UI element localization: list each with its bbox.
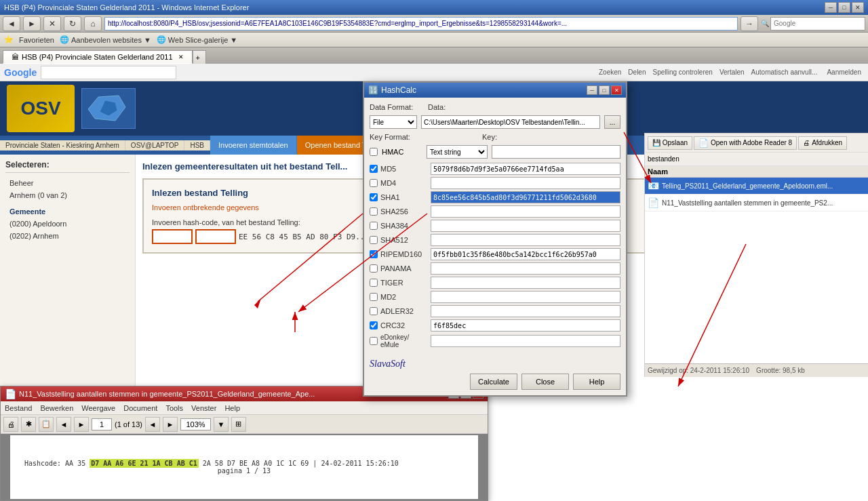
panama-value[interactable]: [431, 262, 620, 275]
pdf-hash-prefix: Hashcode: AA 35: [24, 460, 85, 467]
hash-input-small[interactable]: [152, 229, 193, 244]
md5-checkbox[interactable]: [370, 165, 378, 173]
pdf-fit-btn[interactable]: ⊞: [231, 417, 246, 432]
pdf-title-area: 📄 N11_Vaststelling aantallen stemmen in …: [5, 388, 315, 399]
hashcalc-minimize[interactable]: ─: [587, 85, 597, 95]
sha256-value[interactable]: [431, 205, 620, 218]
pdf-title-text: N11_Vaststelling aantallen stemmen in ge…: [19, 390, 315, 398]
sidebar-item-arnhem2[interactable]: (0202) Arnhem: [5, 230, 130, 242]
sha1-label: SHA1: [380, 193, 428, 201]
sidebar-item-arnhem[interactable]: Arnhem (0 van 2): [5, 189, 130, 201]
sha384-checkbox[interactable]: [370, 222, 378, 230]
google-toolbar-btn-aanvull[interactable]: Automatisch aanvull...: [751, 68, 818, 76]
refresh-button[interactable]: ↻: [64, 16, 81, 31]
md4-checkbox[interactable]: [370, 179, 378, 187]
pdf-page-input[interactable]: 1: [92, 418, 112, 430]
hashcalc-close[interactable]: ✕: [611, 85, 622, 95]
sha384-value[interactable]: [431, 220, 620, 232]
minimize-button[interactable]: ─: [825, 2, 837, 13]
aanbevolen-link[interactable]: 🌐 Aanbevolen websites ▼: [60, 35, 151, 44]
adler32-value[interactable]: [431, 305, 620, 317]
pdf-next-btn[interactable]: ►: [163, 417, 178, 432]
address-bar[interactable]: [104, 17, 738, 31]
sha512-value[interactable]: [431, 234, 620, 246]
ripemd160-checkbox[interactable]: [370, 250, 378, 258]
md5-value[interactable]: [431, 163, 620, 175]
edonkey-checkbox[interactable]: [370, 337, 378, 345]
sha512-checkbox[interactable]: [370, 236, 378, 244]
close-button[interactable]: ✕: [852, 2, 864, 13]
go-button[interactable]: →: [741, 16, 758, 31]
browse-button[interactable]: ...: [604, 115, 620, 129]
panama-checkbox[interactable]: [370, 264, 378, 273]
data-format-select[interactable]: File: [370, 115, 417, 129]
google-toolbar-btn-spelling[interactable]: Spelling controleren: [652, 68, 712, 76]
pdf-zoom-dropdown[interactable]: ▼: [214, 417, 229, 432]
main-tab[interactable]: 🏛 HSB (P4) Provinciale Staten Gelderland…: [3, 50, 193, 64]
crc32-checkbox[interactable]: [370, 321, 378, 329]
pdf-menu-venster[interactable]: Venster: [191, 404, 216, 412]
md4-value[interactable]: [431, 177, 620, 189]
restore-button[interactable]: □: [838, 2, 850, 13]
pdf-menu-weergave[interactable]: Weergave: [81, 404, 115, 412]
sha512-row: SHA512: [370, 234, 620, 246]
sha1-checkbox[interactable]: [370, 193, 378, 201]
webslice-link[interactable]: 🌐 Web Slice-galerije ▼: [157, 35, 237, 44]
pdf-zoom-input[interactable]: [180, 418, 211, 430]
afdrukken-btn[interactable]: 🖨 Afdrukken: [798, 136, 847, 150]
pdf-menu-bestand[interactable]: Bestand: [5, 404, 32, 412]
hmac-checkbox[interactable]: [370, 148, 378, 156]
favorieten-link[interactable]: Favorieten: [19, 36, 54, 44]
md2-value[interactable]: [431, 291, 620, 303]
file-item-eml[interactable]: 📧 Telling_PS2011_Gelderland_gemeente_Ape…: [645, 178, 868, 195]
data-input[interactable]: [421, 115, 600, 129]
data-format-label: Data Format:: [370, 103, 424, 111]
pdf-menu-bewerken[interactable]: Bewerken: [40, 404, 73, 412]
pdf-menu-tools[interactable]: Tools: [165, 404, 183, 412]
sha1-value[interactable]: [431, 191, 620, 203]
ripemd160-value[interactable]: [431, 248, 620, 260]
new-tab-button[interactable]: +: [193, 50, 206, 64]
stop-button[interactable]: ✕: [43, 16, 61, 31]
pdf-tool2[interactable]: ✱: [21, 417, 36, 432]
adobe-reader-btn[interactable]: 📄 Open with Adobe Reader 8: [694, 136, 797, 150]
opslaan-btn[interactable]: 💾 Opslaan: [648, 136, 692, 150]
hashcalc-restore[interactable]: □: [599, 85, 610, 95]
sha256-checkbox[interactable]: [370, 207, 378, 216]
nav-invoeren[interactable]: Invoeren stemtotalen: [210, 136, 297, 155]
search-input[interactable]: [770, 17, 865, 31]
home-button[interactable]: ⌂: [84, 16, 102, 31]
key-input[interactable]: [492, 145, 620, 159]
pdf-tool4[interactable]: ◄: [56, 417, 71, 432]
sidebar-item-beheer[interactable]: Beheer: [5, 177, 130, 189]
google-search-box[interactable]: [41, 66, 176, 79]
file-item-pdf[interactable]: 📄 N11_Vaststelling aantallen stemmen in …: [645, 195, 868, 212]
help-button[interactable]: Help: [573, 374, 620, 390]
pdf-tool3[interactable]: 📋: [39, 417, 54, 432]
pdf-menu-document[interactable]: Document: [123, 404, 157, 412]
tab-close-icon[interactable]: ✕: [178, 54, 184, 60]
md2-checkbox[interactable]: [370, 293, 378, 301]
back-button[interactable]: ◄: [3, 16, 20, 31]
calculate-button[interactable]: Calculate: [470, 374, 517, 390]
key-format-select[interactable]: Text string: [427, 145, 488, 159]
forward-button[interactable]: ►: [23, 16, 41, 31]
crc32-value[interactable]: [431, 319, 620, 332]
close-button[interactable]: Close: [521, 374, 569, 390]
google-toolbar-btn-aanmelden[interactable]: Aanmelden: [827, 68, 861, 76]
google-toolbar-btn-vertalen[interactable]: Vertalen: [719, 68, 745, 76]
sha256-row: SHA256: [370, 205, 620, 218]
google-toolbar-btn-delen[interactable]: Delen: [628, 68, 646, 76]
edonkey-value[interactable]: [431, 335, 620, 347]
pdf-tool5[interactable]: ►: [74, 417, 89, 432]
pdf-print-btn[interactable]: 🖨: [3, 417, 18, 432]
pdf-prev-btn[interactable]: ◄: [145, 417, 160, 432]
tiger-checkbox[interactable]: [370, 279, 378, 287]
google-toolbar-btn-zoeken[interactable]: Zoeken: [599, 68, 621, 76]
sidebar-item-apeldoorn[interactable]: (0200) Apeldoorn: [5, 218, 130, 230]
pdf-menu-help[interactable]: Help: [224, 404, 240, 412]
adler32-checkbox[interactable]: [370, 307, 378, 315]
panama-label: PANAMA: [380, 264, 428, 273]
hash-input-large[interactable]: [195, 229, 236, 244]
tiger-value[interactable]: [431, 277, 620, 289]
